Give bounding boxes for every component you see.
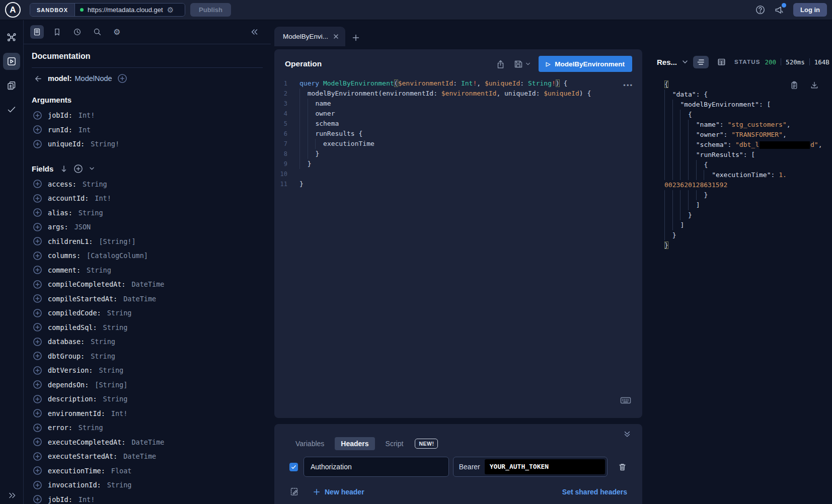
field-row[interactable]: dbtVersion:String xyxy=(32,363,263,378)
add-to-query-icon[interactable] xyxy=(33,266,42,274)
download-response-icon[interactable] xyxy=(810,80,819,90)
add-to-query-icon[interactable] xyxy=(33,466,42,475)
explorer-icon[interactable] xyxy=(3,53,20,70)
fields-options-chevron-icon[interactable] xyxy=(89,166,95,171)
schema-graph-icon[interactable] xyxy=(3,29,20,46)
header-enabled-checkbox[interactable] xyxy=(289,463,298,471)
add-to-query-icon[interactable] xyxy=(33,309,42,317)
add-to-query-icon[interactable] xyxy=(33,481,42,489)
graphql-query-editor[interactable]: 1query ModelByEnvironment($environmentId… xyxy=(274,76,642,189)
add-to-query-icon[interactable] xyxy=(33,338,42,346)
json-view-icon[interactable] xyxy=(693,56,709,68)
endpoint-url[interactable]: https://metadata.cloud.get xyxy=(88,6,163,14)
save-operation-icon[interactable] xyxy=(513,59,523,69)
response-dropdown-chevron-icon[interactable] xyxy=(682,60,688,64)
new-tab-icon[interactable] xyxy=(352,34,360,42)
table-view-icon[interactable] xyxy=(714,55,729,68)
sort-fields-icon[interactable] xyxy=(60,165,67,173)
new-header-button[interactable]: New header xyxy=(313,488,364,496)
tab-modelbyenvironment[interactable]: ModelByEnvi... xyxy=(274,27,345,46)
saved-collections-icon[interactable] xyxy=(3,77,20,94)
add-to-query-icon[interactable] xyxy=(33,194,42,203)
expand-rail-icon[interactable] xyxy=(0,491,24,500)
field-row[interactable]: accountId:Int! xyxy=(32,191,263,206)
run-operation-button[interactable]: ▷ ModelByEnvironment xyxy=(539,56,632,72)
endpoint-settings-icon[interactable]: ⚙ xyxy=(167,6,174,14)
back-arrow-icon[interactable] xyxy=(34,74,42,83)
field-row[interactable]: alias:String xyxy=(32,206,263,220)
delete-header-icon[interactable] xyxy=(618,462,627,472)
set-shared-headers-link[interactable]: Set shared headers xyxy=(562,488,627,496)
header-value-token[interactable]: YOUR_AUTH_TOKEN xyxy=(485,459,605,474)
checks-icon[interactable] xyxy=(3,101,20,118)
add-to-query-icon[interactable] xyxy=(33,223,42,231)
field-row[interactable]: comment:String xyxy=(32,263,263,278)
history-icon[interactable] xyxy=(70,25,84,39)
add-to-query-icon[interactable] xyxy=(33,495,42,503)
login-button[interactable]: Log in xyxy=(793,3,827,17)
field-row[interactable]: description:String xyxy=(32,392,263,406)
add-to-query-icon[interactable] xyxy=(33,208,42,217)
add-to-query-icon[interactable] xyxy=(33,251,42,260)
help-icon[interactable] xyxy=(755,5,766,15)
tab-headers[interactable]: Headers xyxy=(335,437,374,450)
documentation-tab-icon[interactable] xyxy=(30,25,44,39)
field-row[interactable]: compileStartedAt:DateTime xyxy=(32,292,263,306)
add-all-fields-icon[interactable] xyxy=(74,164,83,173)
share-operation-icon[interactable] xyxy=(496,59,505,69)
save-options-chevron-icon[interactable] xyxy=(525,62,531,66)
field-row[interactable]: compiledCode:String xyxy=(32,306,263,320)
add-to-query-icon[interactable] xyxy=(33,409,42,417)
endpoint-url-box[interactable]: https://metadata.cloud.get ⚙ xyxy=(75,4,185,16)
add-to-query-icon[interactable] xyxy=(33,380,42,389)
field-row[interactable]: dependsOn:[String] xyxy=(32,378,263,392)
add-field-icon[interactable] xyxy=(118,74,127,83)
apollo-logo[interactable]: A xyxy=(5,2,21,18)
field-row[interactable]: database:String xyxy=(32,334,263,349)
close-tab-icon[interactable] xyxy=(333,33,339,40)
field-row[interactable]: error:String xyxy=(32,421,263,435)
announcements-icon[interactable] xyxy=(774,5,785,15)
publish-button[interactable]: Publish xyxy=(190,3,231,17)
field-row[interactable]: executeCompletedAt:DateTime xyxy=(32,435,263,450)
field-row[interactable]: childrenL1:[String!] xyxy=(32,234,263,249)
copy-response-icon[interactable] xyxy=(790,80,799,90)
add-to-query-icon[interactable] xyxy=(33,125,42,134)
field-row[interactable]: access:String xyxy=(32,177,263,192)
add-to-query-icon[interactable] xyxy=(33,438,42,446)
argument-row[interactable]: runId:Int xyxy=(32,123,263,137)
settings-icon[interactable]: ⚙ xyxy=(111,26,123,39)
collapse-bottom-panel-icon[interactable] xyxy=(623,430,631,438)
argument-row[interactable]: jobId:Int! xyxy=(32,108,263,123)
collapse-sidebar-icon[interactable] xyxy=(250,28,259,37)
tab-script[interactable]: Script xyxy=(380,437,410,450)
add-to-query-icon[interactable] xyxy=(33,111,42,120)
field-row[interactable]: executionTime:Float xyxy=(32,464,263,478)
field-row[interactable]: dbtGroup:String xyxy=(32,349,263,364)
add-to-query-icon[interactable] xyxy=(33,366,42,375)
editor-overflow-menu[interactable]: ••• xyxy=(623,81,633,89)
field-row[interactable]: jobId:Int! xyxy=(32,492,263,504)
add-to-query-icon[interactable] xyxy=(33,352,42,360)
add-to-query-icon[interactable] xyxy=(33,237,42,245)
add-to-query-icon[interactable] xyxy=(33,323,42,331)
add-to-query-icon[interactable] xyxy=(33,395,42,403)
header-value-field[interactable]: Bearer YOUR_AUTH_TOKEN xyxy=(453,457,608,477)
header-key-input[interactable] xyxy=(304,457,449,477)
add-to-query-icon[interactable] xyxy=(33,140,42,148)
saved-operations-icon[interactable] xyxy=(50,25,64,39)
argument-row[interactable]: uniqueId:String! xyxy=(32,137,263,151)
search-icon[interactable] xyxy=(91,25,104,39)
field-row[interactable]: invocationId:String xyxy=(32,478,263,492)
field-row[interactable]: environmentId:Int! xyxy=(32,406,263,421)
add-to-query-icon[interactable] xyxy=(33,452,42,461)
add-to-query-icon[interactable] xyxy=(33,180,42,188)
tab-variables[interactable]: Variables xyxy=(289,437,330,450)
add-to-query-icon[interactable] xyxy=(33,294,42,303)
add-to-query-icon[interactable] xyxy=(33,424,42,432)
field-row[interactable]: compileCompletedAt:DateTime xyxy=(32,277,263,292)
prefill-headers-icon[interactable] xyxy=(289,487,299,496)
field-row[interactable]: compiledSql:String xyxy=(32,320,263,335)
keyboard-shortcuts-icon[interactable] xyxy=(620,395,631,406)
add-to-query-icon[interactable] xyxy=(33,280,42,289)
